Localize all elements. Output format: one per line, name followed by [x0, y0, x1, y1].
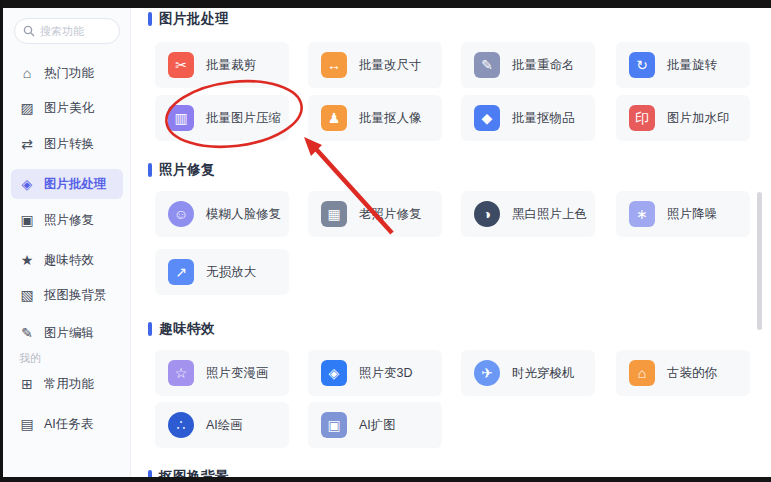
search-box[interactable]: [14, 18, 120, 44]
ancient-costume-icon: ⌂: [629, 360, 655, 386]
section-header-effects: 趣味特效: [148, 320, 215, 338]
sidebar-item-label: AI任务表: [44, 416, 93, 433]
sidebar-item-beautify[interactable]: ▨ 图片美化: [11, 93, 123, 123]
card-photo-to-cartoon[interactable]: ☆ 照片变漫画: [155, 350, 289, 396]
colorize-icon: ◑: [474, 201, 500, 227]
sidebar-item-convert[interactable]: ⇄ 图片转换: [11, 129, 123, 159]
sidebar-item-label: 照片修复: [44, 212, 94, 229]
compress-icon: ▥: [168, 105, 194, 131]
bottom-frame-bar: [3, 477, 771, 482]
sidebar: ⌂ 热门功能 ▨ 图片美化 ⇄ 图片转换 ◈ 图片批处理 ▣ 照片修复 ★ 趣味…: [3, 8, 131, 477]
card-ai-paint[interactable]: ∴ AI绘画: [155, 402, 289, 448]
section-accent-bar: [148, 12, 152, 26]
search-input[interactable]: [40, 25, 106, 37]
card-time-machine[interactable]: ✈ 时光穿梭机: [461, 350, 595, 396]
scrollbar-thumb[interactable]: [757, 192, 762, 330]
card-denoise[interactable]: ∗ 照片降噪: [616, 191, 750, 237]
edit-icon: ✎: [19, 325, 35, 341]
card-batch-rotate[interactable]: ↻ 批量旋转: [616, 42, 750, 88]
face-restore-icon: ☺: [168, 201, 194, 227]
sidebar-item-cutout[interactable]: ▧ 抠图换背景: [11, 280, 123, 310]
section-accent-bar: [148, 163, 152, 177]
sidebar-item-label: 常用功能: [44, 376, 94, 393]
resize-icon: ↔: [321, 52, 347, 78]
card-batch-portrait-cutout[interactable]: ♟ 批量抠人像: [308, 95, 442, 141]
section-accent-bar: [148, 322, 152, 336]
top-frame-bar: [3, 0, 771, 8]
hot-icon: ⌂: [19, 65, 35, 81]
upscale-icon: ↗: [168, 259, 194, 285]
card-lossless-upscale[interactable]: ↗ 无损放大: [155, 249, 289, 295]
sidebar-item-label: 图片编辑: [44, 325, 94, 342]
card-bw-colorize[interactable]: ◑ 黑白照片上色: [461, 191, 595, 237]
object-cutout-icon: ◆: [474, 105, 500, 131]
magic-wand-icon: ★: [19, 252, 35, 268]
sidebar-item-label: 抠图换背景: [44, 287, 107, 304]
photo-3d-icon: ◈: [321, 360, 347, 386]
beautify-icon: ▨: [19, 100, 35, 116]
sidebar-item-ai-tasks[interactable]: ▤ AI任务表: [11, 409, 123, 439]
time-machine-icon: ✈: [474, 360, 500, 386]
sidebar-item-batch[interactable]: ◈ 图片批处理: [11, 169, 123, 199]
search-icon: [23, 25, 35, 37]
batch-icon: ◈: [19, 176, 35, 192]
sidebar-item-common[interactable]: ⊞ 常用功能: [11, 369, 123, 399]
watermark-icon: 印: [629, 105, 655, 131]
rename-icon: ✎: [474, 52, 500, 78]
section-header-batch: 图片批处理: [148, 10, 229, 28]
ai-expand-icon: ▣: [321, 412, 347, 438]
sidebar-item-label: 热门功能: [44, 65, 94, 82]
card-batch-rename[interactable]: ✎ 批量重命名: [461, 42, 595, 88]
sidebar-item-label: 趣味特效: [44, 252, 94, 269]
sidebar-item-hot[interactable]: ⌂ 热门功能: [11, 58, 123, 88]
ai-paint-icon: ∴: [168, 412, 194, 438]
app-window: ⌂ 热门功能 ▨ 图片美化 ⇄ 图片转换 ◈ 图片批处理 ▣ 照片修复 ★ 趣味…: [0, 0, 771, 482]
card-batch-compress[interactable]: ▥ 批量图片压缩: [155, 95, 289, 141]
document-icon: ▤: [19, 416, 35, 432]
sidebar-section-mine: 我的: [19, 351, 41, 366]
card-batch-resize[interactable]: ↔ 批量改尺寸: [308, 42, 442, 88]
repair-icon: ▣: [19, 212, 35, 228]
card-watermark[interactable]: 印 图片加水印: [616, 95, 750, 141]
sidebar-item-edit[interactable]: ✎ 图片编辑: [11, 318, 123, 348]
sidebar-item-effects[interactable]: ★ 趣味特效: [11, 245, 123, 275]
card-batch-crop[interactable]: ✂ 批量裁剪: [155, 42, 289, 88]
section-header-repair: 照片修复: [148, 161, 215, 179]
sidebar-item-label: 图片美化: [44, 100, 94, 117]
card-photo-to-3d[interactable]: ◈ 照片变3D: [308, 350, 442, 396]
convert-icon: ⇄: [19, 136, 35, 152]
denoise-icon: ∗: [629, 201, 655, 227]
card-face-restore[interactable]: ☺ 模糊人脸修复: [155, 191, 289, 237]
card-batch-object-cutout[interactable]: ◆ 批量抠物品: [461, 95, 595, 141]
rotate-icon: ↻: [629, 52, 655, 78]
card-old-photo-restore[interactable]: ▦ 老照片修复: [308, 191, 442, 237]
cutout-icon: ▧: [19, 287, 35, 303]
sidebar-item-label: 图片批处理: [44, 176, 107, 193]
portrait-cutout-icon: ♟: [321, 105, 347, 131]
card-ai-expand[interactable]: ▣ AI扩图: [308, 402, 442, 448]
cartoon-icon: ☆: [168, 360, 194, 386]
old-photo-icon: ▦: [321, 201, 347, 227]
card-ancient-costume[interactable]: ⌂ 古装的你: [616, 350, 750, 396]
sidebar-item-repair[interactable]: ▣ 照片修复: [11, 205, 123, 235]
sidebar-item-label: 图片转换: [44, 136, 94, 153]
crop-icon: ✂: [168, 52, 194, 78]
grid-icon: ⊞: [19, 376, 35, 392]
